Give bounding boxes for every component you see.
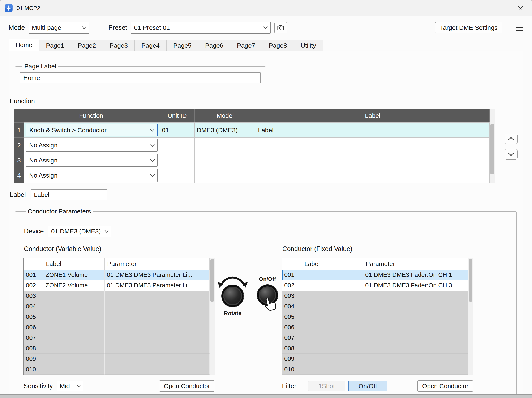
label-input[interactable] [31,189,107,200]
label-cell [256,137,490,153]
function-select-2[interactable]: No Assign [26,139,158,152]
variable-list-header: Label Parameter [24,258,209,270]
target-dme-settings-button[interactable]: Target DME Settings [435,22,502,33]
function-select-1-value: Knob & Switch > Conductor [29,127,107,134]
chevron-down-icon [150,174,155,177]
scrollbar-thumb[interactable] [469,259,472,302]
fixed-value-list: Label Parameter 001 01 DME3 DME3 Fader:O… [282,258,473,375]
list-item[interactable]: 007 [24,333,209,343]
filter-1shot-button[interactable]: 1Shot [308,381,345,391]
scrollbar-thumb[interactable] [210,259,214,302]
list-item[interactable]: 002 01 DME3 DME3 Fader:On CH 3 [282,280,468,291]
header-row-number [282,258,302,270]
header-parameter: Parameter [105,258,209,270]
function-table-scrollbar[interactable] [490,109,495,183]
label-field-row: Label [10,189,523,200]
list-item[interactable]: 009 [282,354,468,364]
hamburger-menu-icon[interactable] [516,25,523,31]
list-item[interactable]: 008 [24,343,209,354]
row-reorder-buttons [505,134,518,160]
function-row-1[interactable]: 1 Knob & Switch > Conductor 01 [14,122,490,137]
preset-select-value: 01 Preset 01 [134,24,170,31]
function-table: Function Unit ID Model Label 1 Knob & Sw… [14,109,495,183]
fixed-list-controls: Filter 1Shot On/Off Open Conductor [282,380,473,392]
label-field-label: Label [10,191,26,199]
tab-page4[interactable]: Page4 [134,40,167,51]
titlebar: 01 MCP2 [0,0,532,16]
header-row-number [14,109,24,122]
tab-page3[interactable]: Page3 [103,40,135,51]
tab-page1[interactable]: Page1 [39,40,71,51]
list-item[interactable]: 004 [282,301,468,312]
window-title: 01 MCP2 [17,5,40,12]
open-conductor-button-left[interactable]: Open Conductor [159,380,215,392]
chevron-down-icon [263,26,268,29]
tab-page2[interactable]: Page2 [71,40,103,51]
function-row-4[interactable]: 4 No Assign [14,168,490,183]
list-item[interactable]: 008 [282,343,468,354]
tab-home[interactable]: Home [9,39,39,51]
header-row-number [24,258,44,270]
function-row-2[interactable]: 2 No Assign [14,137,490,153]
page-label-input[interactable] [20,72,260,83]
unit-id-cell [160,168,195,183]
list-item[interactable]: 010 [282,364,468,375]
filter-onoff-button[interactable]: On/Off [348,381,387,392]
tab-page5[interactable]: Page5 [166,40,198,51]
page-label-group: Page Label [15,63,266,90]
sensitivity-select[interactable]: Mid [57,381,83,391]
header-unit-id: Unit ID [160,109,195,122]
move-down-button[interactable] [505,149,518,160]
device-row: Device 01 DME3 (DME3) [24,226,508,237]
chevron-down-icon [150,159,155,162]
store-preset-button[interactable] [274,22,287,33]
preset-select[interactable]: 01 Preset 01 [131,22,271,34]
conductor-parameters-group: Conductor Parameters Device 01 DME3 (DME… [15,208,517,395]
list-item[interactable]: 007 [282,333,468,343]
list-item[interactable]: 006 [282,322,468,333]
list-item[interactable]: 002 ZONE2 Volume 01 DME3 DME3 Parameter … [24,280,209,291]
close-icon [518,6,523,11]
fixed-list-scrollbar[interactable] [468,258,473,375]
device-select-value: 01 DME3 (DME3) [51,228,101,235]
function-select-2-value: No Assign [29,142,57,149]
function-select-4[interactable]: No Assign [26,169,158,182]
move-down-icon [508,152,514,156]
open-conductor-button-right[interactable]: Open Conductor [418,380,473,392]
tab-page6[interactable]: Page6 [198,40,230,51]
function-select-1[interactable]: Knob & Switch > Conductor [26,124,158,136]
variable-list-scrollbar[interactable] [209,258,215,375]
chevron-down-icon [77,385,81,387]
scrollbar-thumb[interactable] [490,124,494,174]
model-cell [195,137,256,153]
list-item[interactable]: 005 [24,312,209,322]
function-select-3[interactable]: No Assign [26,154,158,167]
list-item[interactable]: 004 [24,301,209,312]
model-cell: DME3 (DME3) [195,122,256,137]
list-item[interactable]: 006 [24,322,209,333]
list-item[interactable]: 003 [24,291,209,301]
tab-page8[interactable]: Page8 [262,40,294,51]
close-button[interactable] [515,3,526,14]
function-row-3[interactable]: 3 No Assign [14,153,490,168]
label-cell [256,153,490,168]
chevron-down-icon [150,129,155,132]
list-item[interactable]: 001 ZONE1 Volume 01 DME3 DME3 Parameter … [24,270,209,280]
list-item[interactable]: 003 [282,291,468,301]
list-item[interactable]: 010 [24,364,209,375]
conductor-lists-row: Conductor (Variable Value) Label Paramet… [24,245,508,392]
move-up-button[interactable] [505,134,518,144]
mode-select[interactable]: Multi-page [29,22,89,34]
rotate-knob-icon [222,285,244,307]
chevron-down-icon [104,230,109,233]
list-item[interactable]: 001 01 DME3 DME3 Fader:On CH 1 [282,270,468,280]
knob-illustration-zone: Rotate On/Off [215,245,282,392]
tab-page7[interactable]: Page7 [230,40,262,51]
mcp2-editor-window: 01 MCP2 Mode Multi-page Preset 01 Preset… [0,0,532,395]
list-item[interactable]: 009 [24,354,209,364]
device-select[interactable]: 01 DME3 (DME3) [48,226,111,237]
function-select-4-value: No Assign [29,172,57,179]
tab-utility[interactable]: Utility [294,40,323,51]
row-number: 1 [14,122,24,137]
list-item[interactable]: 005 [282,312,468,322]
